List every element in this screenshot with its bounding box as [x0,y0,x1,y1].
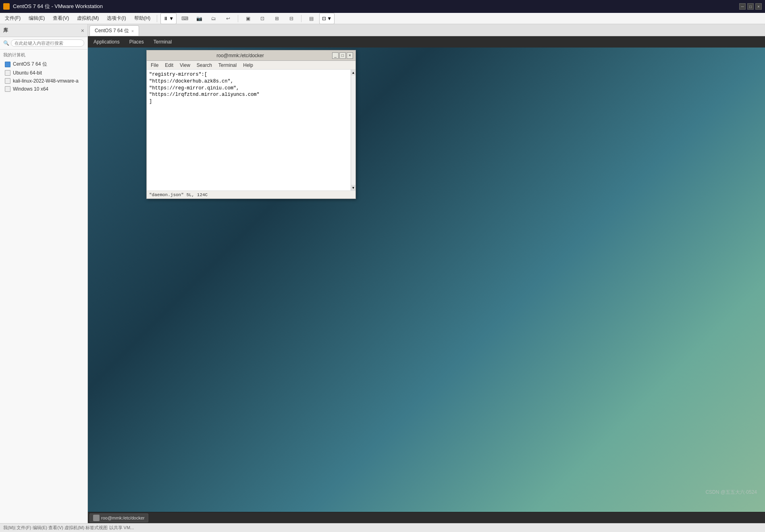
window-title: CentOS 7 64 位 - VMware Workstation [13,3,736,10]
menu-vm[interactable]: 虚拟机(M) [74,14,102,23]
send-ctrl-alt-del-button[interactable]: ⌨ [178,12,191,25]
view-arrow: ▼ [327,16,332,21]
menu-file[interactable]: 文件(F) [2,14,24,23]
terminal-line-2: "https://dockerhub.azk8s.cn", [149,78,348,85]
menu-tabs[interactable]: 选项卡(I) [104,14,129,23]
vm-display-area: Applications Places Terminal [88,36,765,523]
sidebar-item-centos7[interactable]: CentOS 7 64 位 [3,60,84,69]
tab-close-button[interactable]: × [131,29,134,33]
view-normal-button[interactable]: ▣ [241,12,254,25]
view-icon: ⊡ [322,16,326,21]
taskbar-terminal-label: roo@mmk:/etc/docker [101,515,145,520]
vm-icon-ubuntu [5,70,10,76]
terminal-title: roo@mmk:/etc/docker [149,53,331,58]
sidebar-item-ubuntu[interactable]: Ubuntu 64-bit [3,69,84,77]
terminal-close-button[interactable]: × [347,52,353,59]
tab-centos7[interactable]: CentOS 7 64 位 × [89,25,139,36]
sidebar-header: 库 × [0,24,87,37]
search-input[interactable] [11,39,84,47]
terminal-status-text: "daemon.json" 5L, 124C [149,193,208,197]
view-fullscreen-button[interactable]: ⊡ [256,12,269,25]
centos-desktop: Trash [88,48,765,512]
centos-topbar: Applications Places Terminal [88,36,765,48]
centos-terminal[interactable]: Terminal [152,38,173,46]
bottombar-text: 我(M)| 文件(F) 编辑(E) 查看(V) 虚拟机(M) 标签式视图 以共享… [3,525,134,531]
terminal-menu-file[interactable]: File [148,62,161,68]
menu-help[interactable]: 帮助(H) [131,14,154,23]
sidebar-section: 我的计算机 CentOS 7 64 位 Ubuntu 64-bit kali-l… [0,50,87,95]
terminal-line-1: "registry-mirrors":[ [149,71,348,78]
terminal-content[interactable]: "registry-mirrors":[ "https://dockerhub.… [147,70,351,190]
terminal-menu-terminal[interactable]: Terminal [216,62,239,68]
vm-active-icon [5,62,10,67]
view-dropdown[interactable]: ⊡ ▼ [319,13,335,24]
terminal-scrollbar[interactable]: ▲ ▼ [351,70,355,190]
dropdown-arrow: ▼ [169,16,174,21]
power-dropdown[interactable]: ⏸ ▼ [160,13,177,24]
terminal-maximize-button[interactable]: □ [339,52,346,59]
terminal-menu-search[interactable]: Search [194,62,214,68]
sidebar: 库 × 🔍 我的计算机 CentOS 7 64 位 Ubuntu 64-bit [0,24,88,523]
tab-bar: CentOS 7 64 位 × [88,24,765,36]
terminal-line-4: "https://lrqfztnd.mirror.aliyuncs.com" [149,91,348,98]
terminal-menu-help[interactable]: Help [241,62,256,68]
sidebar-item-win10[interactable]: Windows 10 x64 [3,85,84,93]
sidebar-section-title: 我的计算机 [3,52,84,58]
centos-taskbar: roo@mmk:/etc/docker [88,512,765,523]
tab-label: CentOS 7 64 位 [95,27,129,34]
view-unity-button[interactable]: ⊞ [270,12,283,25]
centos-applications[interactable]: Applications [92,38,121,46]
taskbar-terminal-icon [93,515,100,521]
terminal-body: "registry-mirrors":[ "https://dockerhub.… [147,70,355,190]
watermark: CSDN @五五大六·0524 [705,489,757,496]
menu-bar: 文件(F) 编辑(E) 查看(V) 虚拟机(M) 选项卡(I) 帮助(H) ⏸ … [0,13,765,24]
vmware-bottombar: 我(M)| 文件(F) 编辑(E) 查看(V) 虚拟机(M) 标签式视图 以共享… [0,523,765,532]
toolbar-sep2 [301,15,301,22]
scroll-up-button[interactable]: ▲ [351,70,355,75]
maximize-button[interactable]: □ [747,3,754,10]
terminal-statusbar: "daemon.json" 5L, 124C [147,190,355,199]
vm-name-centos7: CentOS 7 64 位 [13,61,47,68]
vmware-window: CentOS 7 64 位 - VMware Workstation ─ □ ×… [0,0,765,532]
menu-edit[interactable]: 编辑(E) [25,14,48,23]
vm-name-win10: Windows 10 x64 [13,86,48,92]
terminal-menu-view[interactable]: View [177,62,193,68]
scroll-down-button[interactable]: ▼ [351,185,355,190]
window-controls: ─ □ × [739,3,762,10]
terminal-menu-edit[interactable]: Edit [162,62,176,68]
snapshot-button[interactable]: 📷 [193,12,206,25]
menu-separator [157,15,157,22]
vm-name-kali: kali-linux-2022-W48-vmware-a [13,78,79,84]
terminal-button[interactable]: ▤ [305,12,318,25]
toolbar-sep1 [238,15,238,22]
vm-icon-kali [5,78,10,84]
vmware-icon [3,3,10,10]
sidebar-title: 库 [3,27,8,34]
minimize-button[interactable]: ─ [739,3,746,10]
terminal-menubar: File Edit View Search Terminal Help [147,61,355,70]
taskbar-terminal-button[interactable]: roo@mmk:/etc/docker [89,513,148,522]
terminal-titlebar: roo@mmk:/etc/docker _ □ × [147,50,355,61]
terminal-window: roo@mmk:/etc/docker _ □ × File Edit View… [146,50,356,199]
centos-places[interactable]: Places [128,38,146,46]
search-icon: 🔍 [3,40,9,46]
snapshot-manager-button[interactable]: 🗂 [207,12,220,25]
close-button[interactable]: × [755,3,762,10]
sidebar-close-button[interactable]: × [81,27,84,34]
terminal-line-3: "https://reg-mirror.qiniu.com", [149,85,348,92]
title-bar: CentOS 7 64 位 - VMware Workstation ─ □ × [0,0,765,13]
pause-icon: ⏸ [163,16,168,21]
main-content: 库 × 🔍 我的计算机 CentOS 7 64 位 Ubuntu 64-bit [0,24,765,523]
sidebar-item-kali[interactable]: kali-linux-2022-W48-vmware-a [3,77,84,85]
snapshot-revert-button[interactable]: ↩ [222,12,235,25]
terminal-minimize-button[interactable]: _ [332,52,339,59]
vm-name-ubuntu: Ubuntu 64-bit [13,70,42,76]
vm-icon-win10 [5,86,10,92]
terminal-line-5: ] [149,98,348,105]
view-unknown-button[interactable]: ⊟ [285,12,298,25]
menu-view[interactable]: 查看(V) [50,14,72,23]
sidebar-search: 🔍 [0,37,87,50]
